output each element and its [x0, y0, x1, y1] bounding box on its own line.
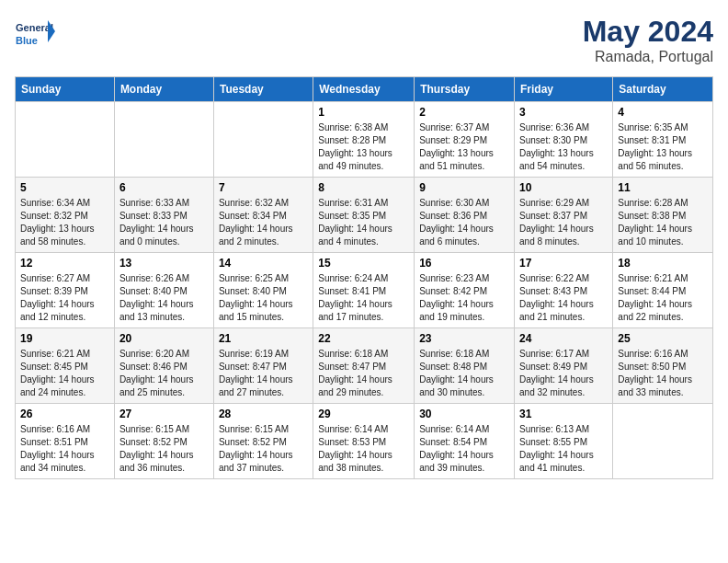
day-number: 19: [20, 332, 109, 345]
calendar-cell: 19 Sunrise: 6:21 AMSunset: 8:45 PMDaylig…: [16, 328, 115, 404]
day-number: 28: [219, 408, 308, 420]
day-info: Sunrise: 6:36 AMSunset: 8:30 PMDaylight:…: [519, 121, 608, 173]
day-info: Sunrise: 6:28 AMSunset: 8:38 PMDaylight:…: [618, 197, 708, 248]
calendar-cell: 16 Sunrise: 6:23 AMSunset: 8:42 PMDaylig…: [415, 253, 515, 328]
day-number: 1: [318, 106, 409, 119]
day-info: Sunrise: 6:21 AMSunset: 8:44 PMDaylight:…: [618, 272, 708, 324]
day-info: Sunrise: 6:38 AMSunset: 8:28 PMDaylight:…: [318, 121, 409, 173]
day-number: 12: [20, 257, 109, 270]
day-info: Sunrise: 6:26 AMSunset: 8:40 PMDaylight:…: [119, 272, 209, 324]
day-info: Sunrise: 6:16 AMSunset: 8:51 PMDaylight:…: [20, 423, 109, 475]
day-number: 9: [419, 181, 509, 194]
day-info: Sunrise: 6:34 AMSunset: 8:32 PMDaylight:…: [20, 197, 109, 248]
calendar-cell: 31 Sunrise: 6:13 AMSunset: 8:55 PMDaylig…: [515, 404, 613, 479]
day-number: 18: [618, 257, 708, 270]
calendar-table: SundayMondayTuesdayWednesdayThursdayFrid…: [15, 76, 713, 479]
day-info: Sunrise: 6:37 AMSunset: 8:29 PMDaylight:…: [419, 121, 509, 173]
day-number: 11: [618, 181, 708, 194]
calendar-cell: 27 Sunrise: 6:15 AMSunset: 8:52 PMDaylig…: [114, 404, 213, 479]
calendar-cell: 5 Sunrise: 6:34 AMSunset: 8:32 PMDayligh…: [16, 178, 115, 253]
day-info: Sunrise: 6:15 AMSunset: 8:52 PMDaylight:…: [219, 423, 308, 475]
col-header-sunday: Sunday: [16, 77, 115, 102]
day-number: 16: [419, 257, 509, 270]
day-number: 2: [419, 106, 509, 119]
calendar-cell: 17 Sunrise: 6:22 AMSunset: 8:43 PMDaylig…: [515, 253, 613, 328]
col-header-wednesday: Wednesday: [313, 77, 415, 102]
day-number: 10: [519, 181, 608, 194]
day-number: 17: [519, 257, 608, 270]
calendar-cell: 28 Sunrise: 6:15 AMSunset: 8:52 PMDaylig…: [213, 404, 313, 479]
calendar-cell: 11 Sunrise: 6:28 AMSunset: 8:38 PMDaylig…: [613, 178, 713, 253]
day-number: 30: [419, 408, 509, 420]
day-info: Sunrise: 6:18 AMSunset: 8:47 PMDaylight:…: [318, 348, 409, 399]
calendar-cell: 3 Sunrise: 6:36 AMSunset: 8:30 PMDayligh…: [515, 102, 613, 178]
day-number: 3: [519, 106, 608, 119]
day-info: Sunrise: 6:35 AMSunset: 8:31 PMDaylight:…: [618, 121, 708, 173]
day-info: Sunrise: 6:31 AMSunset: 8:35 PMDaylight:…: [318, 197, 409, 248]
day-number: 20: [119, 332, 209, 345]
day-info: Sunrise: 6:25 AMSunset: 8:40 PMDaylight:…: [219, 272, 308, 324]
calendar-cell: 2 Sunrise: 6:37 AMSunset: 8:29 PMDayligh…: [415, 102, 515, 178]
day-number: 22: [318, 332, 409, 345]
calendar-cell: 20 Sunrise: 6:20 AMSunset: 8:46 PMDaylig…: [114, 328, 213, 404]
calendar-cell: 22 Sunrise: 6:18 AMSunset: 8:47 PMDaylig…: [313, 328, 415, 404]
calendar-cell: [613, 404, 713, 479]
day-number: 25: [618, 332, 708, 345]
calendar-cell: 8 Sunrise: 6:31 AMSunset: 8:35 PMDayligh…: [313, 178, 415, 253]
day-info: Sunrise: 6:24 AMSunset: 8:41 PMDaylight:…: [318, 272, 409, 324]
day-info: Sunrise: 6:19 AMSunset: 8:47 PMDaylight:…: [219, 348, 308, 399]
calendar-cell: 23 Sunrise: 6:18 AMSunset: 8:48 PMDaylig…: [415, 328, 515, 404]
day-info: Sunrise: 6:14 AMSunset: 8:53 PMDaylight:…: [318, 423, 409, 475]
calendar-cell: 15 Sunrise: 6:24 AMSunset: 8:41 PMDaylig…: [313, 253, 415, 328]
day-number: 31: [519, 408, 608, 420]
day-number: 21: [219, 332, 308, 345]
day-info: Sunrise: 6:17 AMSunset: 8:49 PMDaylight:…: [519, 348, 608, 399]
calendar-cell: 6 Sunrise: 6:33 AMSunset: 8:33 PMDayligh…: [114, 178, 213, 253]
calendar-cell: [114, 102, 213, 178]
calendar-cell: 10 Sunrise: 6:29 AMSunset: 8:37 PMDaylig…: [515, 178, 613, 253]
day-number: 13: [119, 257, 209, 270]
calendar-cell: 21 Sunrise: 6:19 AMSunset: 8:47 PMDaylig…: [213, 328, 313, 404]
location-subtitle: Ramada, Portugal: [583, 49, 713, 65]
day-number: 24: [519, 332, 608, 345]
day-info: Sunrise: 6:15 AMSunset: 8:52 PMDaylight:…: [119, 423, 209, 475]
svg-text:General: General: [16, 22, 53, 33]
day-info: Sunrise: 6:16 AMSunset: 8:50 PMDaylight:…: [618, 348, 708, 399]
day-number: 4: [618, 106, 708, 119]
calendar-cell: 4 Sunrise: 6:35 AMSunset: 8:31 PMDayligh…: [613, 102, 713, 178]
calendar-cell: 7 Sunrise: 6:32 AMSunset: 8:34 PMDayligh…: [213, 178, 313, 253]
day-number: 5: [20, 181, 109, 194]
day-info: Sunrise: 6:21 AMSunset: 8:45 PMDaylight:…: [20, 348, 109, 399]
page-header: General Blue May 2024 Ramada, Portugal: [15, 15, 713, 65]
logo: General Blue: [15, 15, 55, 55]
col-header-thursday: Thursday: [415, 77, 515, 102]
day-info: Sunrise: 6:20 AMSunset: 8:46 PMDaylight:…: [119, 348, 209, 399]
calendar-cell: 13 Sunrise: 6:26 AMSunset: 8:40 PMDaylig…: [114, 253, 213, 328]
day-number: 7: [219, 181, 308, 194]
day-number: 14: [219, 257, 308, 270]
calendar-cell: [16, 102, 115, 178]
day-info: Sunrise: 6:18 AMSunset: 8:48 PMDaylight:…: [419, 348, 509, 399]
day-number: 15: [318, 257, 409, 270]
day-number: 6: [119, 181, 209, 194]
col-header-monday: Monday: [114, 77, 213, 102]
calendar-cell: [213, 102, 313, 178]
calendar-cell: 18 Sunrise: 6:21 AMSunset: 8:44 PMDaylig…: [613, 253, 713, 328]
calendar-cell: 1 Sunrise: 6:38 AMSunset: 8:28 PMDayligh…: [313, 102, 415, 178]
day-number: 29: [318, 408, 409, 420]
calendar-cell: 25 Sunrise: 6:16 AMSunset: 8:50 PMDaylig…: [613, 328, 713, 404]
day-info: Sunrise: 6:32 AMSunset: 8:34 PMDaylight:…: [219, 197, 308, 248]
logo-icon: General Blue: [15, 15, 55, 55]
day-info: Sunrise: 6:22 AMSunset: 8:43 PMDaylight:…: [519, 272, 608, 324]
calendar-cell: 14 Sunrise: 6:25 AMSunset: 8:40 PMDaylig…: [213, 253, 313, 328]
day-number: 26: [20, 408, 109, 420]
day-info: Sunrise: 6:23 AMSunset: 8:42 PMDaylight:…: [419, 272, 509, 324]
calendar-cell: 9 Sunrise: 6:30 AMSunset: 8:36 PMDayligh…: [415, 178, 515, 253]
title-block: May 2024 Ramada, Portugal: [583, 15, 713, 65]
day-number: 23: [419, 332, 509, 345]
day-info: Sunrise: 6:13 AMSunset: 8:55 PMDaylight:…: [519, 423, 608, 475]
day-number: 27: [119, 408, 209, 420]
calendar-cell: 30 Sunrise: 6:14 AMSunset: 8:54 PMDaylig…: [415, 404, 515, 479]
calendar-cell: 12 Sunrise: 6:27 AMSunset: 8:39 PMDaylig…: [16, 253, 115, 328]
day-info: Sunrise: 6:33 AMSunset: 8:33 PMDaylight:…: [119, 197, 209, 248]
